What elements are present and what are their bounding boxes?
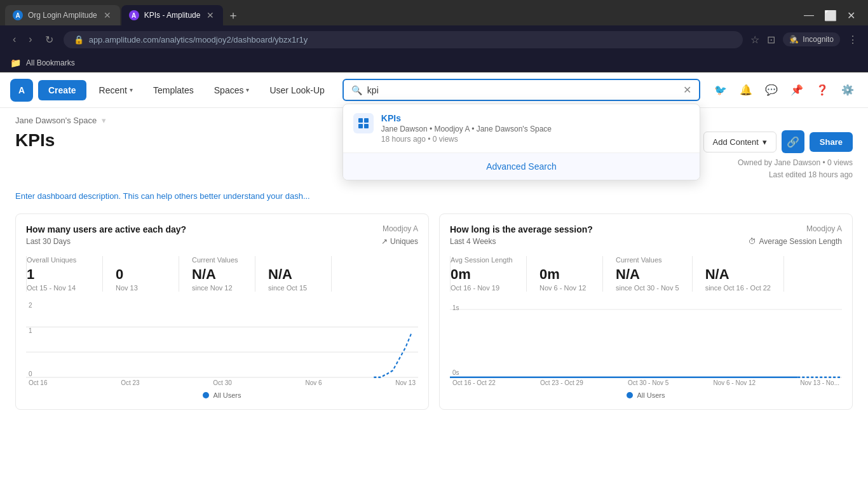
chart-header-2: How long is the average session? Moodjoy… bbox=[450, 224, 842, 234]
search-dropdown: KPIs Jane Dawson • Moodjoy A • Jane Daws… bbox=[342, 104, 700, 180]
description-suffix: can help others better understand your d… bbox=[139, 191, 310, 201]
bookmarks-bar: 📁 All Bookmarks bbox=[0, 53, 868, 72]
bird-icon-btn[interactable]: 🐦 bbox=[710, 80, 731, 100]
result-meta: 18 hours ago • 0 views bbox=[381, 135, 689, 144]
stat-value-current-2: N/A bbox=[616, 266, 679, 283]
star-icon[interactable]: ☆ bbox=[750, 34, 759, 46]
stat-period-avg: Oct 16 - Nov 19 bbox=[451, 284, 513, 292]
spaces-nav-item[interactable]: Spaces ▾ bbox=[207, 80, 257, 100]
chart-legend-2: All Users bbox=[450, 391, 842, 399]
search-input[interactable] bbox=[367, 85, 678, 95]
stat-label-2b bbox=[705, 256, 771, 264]
stat-label-nov13 bbox=[116, 256, 166, 264]
chat-icon-btn[interactable]: 💬 bbox=[761, 80, 782, 100]
refresh-button[interactable]: ↻ bbox=[43, 31, 56, 48]
incognito-label: Incognito bbox=[803, 35, 834, 44]
stat-avg-session: Avg Session Length 0m Oct 16 - Nov 19 bbox=[451, 256, 527, 292]
dashboard-grid-icon bbox=[358, 118, 369, 128]
app-container: A Create Recent ▾ Templates Spaces ▾ Use… bbox=[0, 72, 868, 488]
trend-icon: ↗ bbox=[381, 237, 388, 246]
page-title-group: KPIs bbox=[15, 130, 55, 151]
help-icon-btn[interactable]: ❓ bbox=[812, 80, 832, 100]
result-title: KPIs bbox=[381, 113, 689, 123]
stat-period-current-2: since Oct 30 - Nov 5 bbox=[616, 284, 679, 292]
chart-source-1: Moodjoy A bbox=[383, 224, 418, 233]
chart-card-1: How many users are active each day? Mood… bbox=[15, 214, 429, 410]
x-label-2-4: Nov 13 - No... bbox=[800, 379, 839, 386]
stat-value-current-1: N/A bbox=[192, 266, 242, 283]
split-screen-icon[interactable]: ⊡ bbox=[767, 34, 775, 46]
chart-type-2: ⏱ Average Session Length bbox=[749, 237, 842, 246]
new-tab-button[interactable]: ＋ bbox=[224, 6, 242, 24]
search-clear-icon[interactable]: ✕ bbox=[683, 84, 691, 96]
bell-icon-btn[interactable]: 🔔 bbox=[736, 80, 756, 100]
chart-source-2: Moodjoy A bbox=[806, 224, 842, 233]
stat-current-values-2: Current Values N/A since Oct 30 - Nov 5 bbox=[603, 256, 693, 292]
dashboard-grid: How many users are active each day? Mood… bbox=[15, 214, 853, 410]
x-axis-2: Oct 16 - Oct 22 Oct 23 - Oct 29 Oct 30 -… bbox=[450, 379, 842, 386]
chart-card-2: How long is the average session? Moodjoy… bbox=[439, 214, 853, 410]
stat-current-values-1b: N/A since Oct 15 bbox=[255, 256, 332, 292]
stat-period-2b: since Oct 16 - Oct 22 bbox=[705, 284, 771, 292]
tab-close-2[interactable]: ✕ bbox=[205, 9, 215, 22]
recent-nav-item[interactable]: Recent ▾ bbox=[92, 80, 140, 100]
create-button[interactable]: Create bbox=[38, 80, 86, 100]
link-icon-button[interactable]: 🔗 bbox=[782, 130, 804, 153]
stat-value-2b: N/A bbox=[705, 266, 771, 283]
x-label-1-1: Oct 23 bbox=[121, 379, 139, 386]
legend-dot-2 bbox=[627, 392, 633, 398]
user-lookup-nav-item[interactable]: User Look-Up bbox=[262, 80, 332, 100]
chart-type-1: ↗ Uniques bbox=[381, 237, 418, 246]
stat-period-1b: since Oct 15 bbox=[268, 284, 318, 292]
forward-button[interactable]: › bbox=[26, 31, 34, 48]
templates-nav-item[interactable]: Templates bbox=[146, 80, 201, 100]
tab-label-2: KPIs - Amplitude bbox=[144, 11, 201, 20]
maximize-icon[interactable]: ⬜ bbox=[824, 10, 837, 22]
stat-period-nov6: Nov 6 - Nov 12 bbox=[539, 284, 590, 292]
minimize-icon[interactable]: — bbox=[804, 10, 814, 22]
x-label-1-0: Oct 16 bbox=[29, 379, 47, 386]
search-container: 🔍 ✕ KPIs bbox=[342, 79, 700, 101]
url-text: app.amplitude.com/analytics/moodjoy2/das… bbox=[89, 35, 308, 44]
stat-value-overall: 1 bbox=[27, 266, 90, 283]
page-description[interactable]: Enter dashboard description. This can he… bbox=[15, 186, 397, 214]
x-label-1-2: Oct 30 bbox=[213, 379, 231, 386]
stat-nov6-12: 0m Nov 6 - Nov 12 bbox=[527, 256, 603, 292]
tab-close-1[interactable]: ✕ bbox=[102, 9, 112, 22]
bookmarks-folder-icon: 📁 bbox=[10, 58, 21, 68]
tab-org-login[interactable]: A Org Login Amplitude ✕ bbox=[5, 5, 120, 25]
recent-chevron-icon: ▾ bbox=[130, 86, 133, 93]
settings-icon-btn[interactable]: ⚙️ bbox=[837, 80, 858, 100]
pin-icon-btn[interactable]: 📌 bbox=[787, 80, 807, 100]
logo-letter: A bbox=[18, 85, 25, 95]
stat-nov13: 0 Nov 13 bbox=[103, 256, 179, 292]
chart-area-1: 2 1 0 bbox=[26, 302, 418, 378]
breadcrumb-label[interactable]: Jane Dawson's Space bbox=[15, 116, 97, 125]
tab-kpis[interactable]: A KPIs - Amplitude ✕ bbox=[121, 5, 224, 25]
page-actions: Add Content ▾ 🔗 Share bbox=[703, 130, 853, 153]
amplitude-logo[interactable]: A bbox=[10, 79, 33, 102]
stat-value-1b: N/A bbox=[268, 266, 318, 283]
stat-period-nov13: Nov 13 bbox=[116, 284, 166, 292]
add-content-button[interactable]: Add Content ▾ bbox=[703, 132, 776, 152]
spaces-chevron-icon: ▾ bbox=[246, 86, 249, 93]
back-button[interactable]: ‹ bbox=[10, 31, 18, 48]
stats-row-2: Avg Session Length 0m Oct 16 - Nov 19 0m… bbox=[450, 256, 842, 292]
search-result-kpis[interactable]: KPIs Jane Dawson • Moodjoy A • Jane Daws… bbox=[343, 104, 700, 153]
page-title: KPIs bbox=[15, 130, 55, 151]
tab-bar: A Org Login Amplitude ✕ A KPIs - Amplitu… bbox=[0, 0, 868, 25]
legend-text-2: All Users bbox=[637, 391, 665, 399]
page-meta: Owned by Jane Dawson • 0 views Last edit… bbox=[738, 157, 853, 181]
chart-title-2: How long is the average session? bbox=[450, 224, 593, 234]
stats-row-1: Overall Uniques 1 Oct 15 - Nov 14 0 Nov … bbox=[26, 256, 418, 292]
legend-dot-1 bbox=[203, 392, 209, 398]
close-icon[interactable]: ✕ bbox=[847, 10, 855, 22]
share-button[interactable]: Share bbox=[810, 132, 853, 152]
menu-icon[interactable]: ⋮ bbox=[848, 34, 858, 46]
stat-overall-uniques: Overall Uniques 1 Oct 15 - Nov 14 bbox=[27, 256, 103, 292]
advanced-search-button[interactable]: Advanced Search bbox=[343, 153, 700, 180]
stat-label-overall: Overall Uniques bbox=[27, 256, 90, 264]
stat-value-nov13: 0 bbox=[116, 266, 166, 283]
url-bar[interactable]: 🔒 app.amplitude.com/analytics/moodjoy2/d… bbox=[64, 31, 743, 48]
window-controls: — ⬜ ✕ bbox=[804, 10, 863, 22]
